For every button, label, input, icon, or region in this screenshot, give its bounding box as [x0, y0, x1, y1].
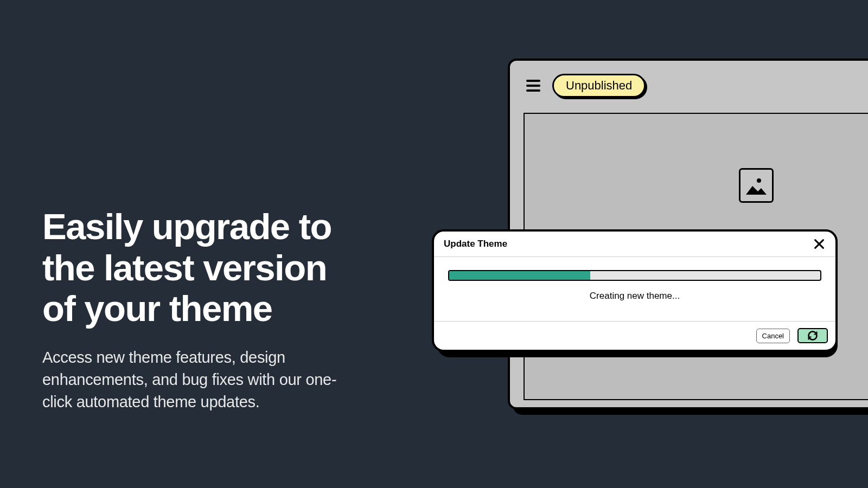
progress-bar	[448, 270, 821, 281]
image-placeholder-icon	[739, 168, 774, 203]
image-icon	[745, 174, 768, 197]
svg-point-0	[757, 178, 761, 183]
dialog-footer: Cancel	[434, 321, 835, 350]
dialog-body: Creating new theme...	[434, 257, 835, 321]
update-theme-dialog: Update Theme Creating new theme... Cance…	[432, 229, 838, 352]
status-badge: Unpublished	[552, 74, 646, 98]
dialog-title: Update Theme	[444, 239, 507, 249]
main-heading: Easily upgrade to the latest version of …	[42, 206, 357, 329]
refresh-button[interactable]	[797, 328, 828, 343]
hamburger-icon[interactable]	[526, 80, 540, 92]
refresh-icon	[807, 330, 818, 341]
mockup-header: Unpublished	[510, 61, 868, 107]
marketing-text-section: Easily upgrade to the latest version of …	[42, 206, 357, 414]
close-icon[interactable]	[813, 237, 826, 251]
status-text: Creating new theme...	[590, 291, 680, 301]
dialog-header: Update Theme	[434, 232, 835, 257]
cancel-button[interactable]: Cancel	[756, 329, 790, 343]
progress-fill	[449, 271, 590, 280]
description-text: Access new theme features, design enhanc…	[42, 346, 357, 414]
